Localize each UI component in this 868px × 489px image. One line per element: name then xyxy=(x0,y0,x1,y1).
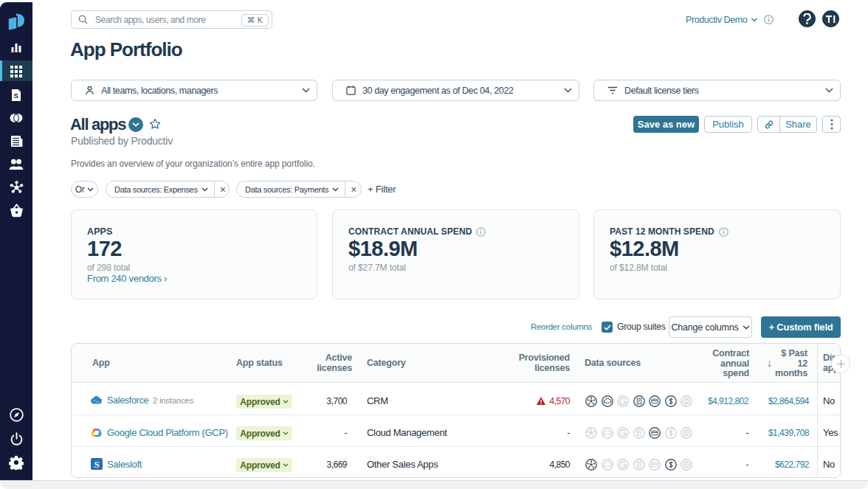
svg-text:S: S xyxy=(13,91,18,100)
svg-text:S: S xyxy=(94,459,99,470)
